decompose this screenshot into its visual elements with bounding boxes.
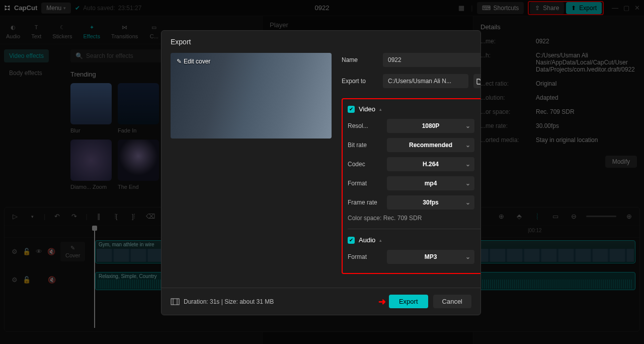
- framerate-select[interactable]: 30fps: [387, 195, 474, 210]
- pencil-icon: ✎: [177, 58, 182, 65]
- codec-select[interactable]: H.264: [387, 157, 474, 171]
- resolution-select[interactable]: 1080P: [387, 119, 474, 133]
- cancel-button[interactable]: Cancel: [433, 295, 471, 308]
- framerate-label: Frame rate: [348, 199, 387, 206]
- arrow-annotation: ➜: [378, 296, 386, 307]
- audio-section-toggle[interactable]: ✔ Audio ▴: [348, 236, 480, 244]
- audio-checkbox[interactable]: ✔: [348, 237, 355, 244]
- format-label: Format: [348, 180, 387, 187]
- export-modal: Export ✎ Edit cover Name Export to: [161, 30, 481, 315]
- name-input[interactable]: [383, 53, 480, 67]
- format-select[interactable]: mp4: [387, 176, 474, 190]
- video-section-toggle[interactable]: ✔ Video ▴: [348, 105, 480, 113]
- film-icon: [171, 298, 180, 305]
- exportto-label: Export to: [342, 78, 378, 85]
- svg-rect-0: [171, 299, 179, 305]
- exportto-input[interactable]: [383, 74, 468, 88]
- caret-up-icon: ▴: [379, 107, 382, 112]
- browse-folder-button[interactable]: [473, 74, 480, 88]
- duration-info: Duration: 31s | Size: about 31 MB: [171, 298, 274, 305]
- export-confirm-button[interactable]: Export: [389, 295, 428, 308]
- audio-format-select[interactable]: MP3: [387, 250, 474, 264]
- folder-icon: [476, 78, 480, 85]
- export-preview: ✎ Edit cover: [171, 53, 332, 139]
- resolution-label: Resol...: [348, 122, 387, 129]
- bitrate-select[interactable]: Recommended: [387, 138, 474, 152]
- name-label: Name: [342, 56, 378, 63]
- bitrate-label: Bit rate: [348, 142, 387, 149]
- codec-label: Codec: [348, 161, 387, 168]
- modal-title: Export: [162, 31, 480, 53]
- audio-format-label: Format: [348, 253, 387, 260]
- edit-cover-button[interactable]: ✎ Edit cover: [177, 58, 210, 65]
- export-settings-highlight: ✔ Video ▴ Resol...1080P Bit rateRecommen…: [342, 98, 480, 274]
- colorspace-text: Color space: Rec. 709 SDR: [348, 215, 480, 222]
- video-checkbox[interactable]: ✔: [348, 106, 355, 113]
- caret-up-icon: ▴: [379, 238, 382, 243]
